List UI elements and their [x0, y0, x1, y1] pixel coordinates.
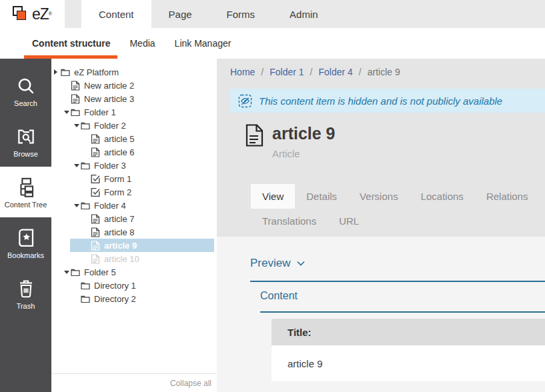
tree-item-label: New article 3 — [84, 94, 134, 104]
breadcrumb-folder-1[interactable]: Folder 1 — [269, 67, 304, 77]
tree-item-label: Form 1 — [104, 174, 131, 184]
breadcrumb-home[interactable]: Home — [230, 67, 255, 77]
top-nav-tabs: ContentPageFormsAdmin — [81, 0, 336, 28]
tab-relations[interactable]: Relations — [475, 184, 540, 209]
sidebar-item-bookmarks[interactable]: Bookmarks — [0, 217, 51, 268]
bookmarks-icon — [15, 227, 37, 249]
preview-divider — [250, 281, 545, 282]
field-value: article 9 — [271, 345, 545, 381]
main-content: Home/Folder 1/Folder 4/article 9 This co… — [217, 59, 545, 392]
sidebar-item-label: Content Tree — [5, 201, 47, 209]
sidebar-item-search[interactable]: Search — [0, 65, 51, 116]
caret-expanded-icon[interactable] — [74, 164, 80, 167]
tree-item-label: Form 2 — [104, 187, 131, 197]
folder-icon — [81, 160, 91, 171]
folder-icon — [81, 200, 91, 211]
sidebar-item-trash[interactable]: Trash — [0, 268, 51, 319]
tab-versions[interactable]: Versions — [348, 184, 410, 209]
content-divider — [260, 311, 545, 313]
field-name: Title: — [271, 319, 545, 345]
tab-details[interactable]: Details — [295, 184, 348, 209]
caret-expanded-icon[interactable] — [64, 111, 70, 114]
folder-icon — [81, 280, 91, 291]
article-icon — [71, 93, 81, 104]
tree-item-article-6[interactable]: article 6 — [51, 145, 217, 159]
ez-logo-icon — [13, 5, 29, 23]
tree-item-label: New article 2 — [84, 81, 134, 91]
top-tab-content[interactable]: Content — [81, 0, 151, 28]
ez-logo-text: eZ — [32, 5, 49, 23]
tree-item-label: article 10 — [104, 254, 139, 264]
tree-item-label: Folder 1 — [84, 107, 116, 117]
article-icon — [91, 213, 101, 224]
tree-item-new-article-2[interactable]: New article 2 — [51, 79, 217, 92]
breadcrumb-separator: / — [261, 67, 263, 77]
caret-expanded-icon[interactable] — [74, 204, 80, 207]
tree-item-label: article 6 — [104, 147, 135, 157]
top-tab-forms[interactable]: Forms — [209, 0, 273, 28]
top-tab-admin[interactable]: Admin — [272, 0, 336, 28]
preview-collapsible-header[interactable]: Preview — [250, 257, 305, 270]
tree-item-label: Folder 2 — [94, 121, 126, 131]
article-icon — [91, 240, 101, 251]
tree-item-ez-platform[interactable]: eZ Platform — [51, 65, 217, 79]
tree-item-article-5[interactable]: article 5 — [51, 132, 217, 145]
tree-item-form-2[interactable]: Form 2 — [51, 185, 217, 199]
sidebar-item-content-tree[interactable]: Content Tree — [0, 167, 51, 217]
subnav-tab-link-manager[interactable]: Link Manager — [175, 28, 231, 59]
tree-item-folder-2[interactable]: Folder 2 — [51, 119, 217, 132]
tree-item-new-article-3[interactable]: New article 3 — [51, 92, 217, 105]
content-tree-icon — [15, 176, 37, 199]
view-tab-content: Preview Content Title:article 9 — [217, 237, 545, 392]
top-tab-page[interactable]: Page — [151, 0, 209, 28]
tab-translations[interactable]: Translations — [251, 209, 328, 233]
collapse-all-button[interactable]: Collapse all — [170, 379, 211, 388]
tree-item-label: Directory 2 — [94, 294, 136, 304]
search-icon — [15, 75, 37, 97]
folder-icon — [71, 107, 81, 117]
breadcrumb-separator: / — [310, 67, 313, 77]
tree-item-form-1[interactable]: Form 1 — [51, 172, 217, 185]
tree-item-article-9[interactable]: article 9 — [51, 239, 217, 252]
tree-item-directory-2[interactable]: Directory 2 — [51, 292, 217, 305]
tree-item-folder-5[interactable]: Folder 5 — [51, 265, 217, 279]
tab-locations[interactable]: Locations — [410, 184, 475, 209]
title-block: article 9 Article — [245, 124, 336, 159]
tree-item-label: Folder 5 — [84, 267, 116, 277]
subnav-tab-media[interactable]: Media — [129, 28, 155, 59]
tab-url[interactable]: URL — [328, 209, 370, 233]
tree-item-label: article 7 — [104, 214, 135, 224]
browse-icon — [15, 125, 37, 148]
caret-collapsed-icon[interactable] — [54, 69, 60, 75]
tab-view[interactable]: View — [251, 184, 295, 209]
tree-item-article-7[interactable]: article 7 — [51, 212, 217, 225]
folder-icon — [81, 293, 91, 304]
tree-item-directory-1[interactable]: Directory 1 — [51, 279, 217, 292]
tree-item-article-8[interactable]: article 8 — [51, 225, 217, 239]
subnav-tab-content-structure[interactable]: Content structure — [32, 28, 110, 59]
sidebar-item-browse[interactable]: Browse — [0, 116, 51, 167]
tree-item-folder-3[interactable]: Folder 3 — [51, 159, 217, 172]
folder-icon — [61, 67, 71, 77]
folder-icon — [71, 267, 81, 277]
breadcrumb-article-9: article 9 — [368, 67, 400, 77]
tree-item-folder-1[interactable]: Folder 1 — [51, 105, 217, 119]
breadcrumb-folder-4[interactable]: Folder 4 — [319, 67, 353, 77]
tree-item-label: article 9 — [104, 241, 137, 251]
tree-footer: Collapse all — [51, 373, 217, 392]
page-title: article 9 — [272, 124, 336, 143]
caret-expanded-icon[interactable] — [74, 124, 80, 127]
field-table: Title:article 9 — [271, 319, 545, 381]
folder-icon — [81, 120, 91, 131]
article-icon — [71, 80, 81, 91]
article-icon — [91, 253, 101, 264]
tree-item-folder-4[interactable]: Folder 4 — [51, 199, 217, 212]
top-bar: eZ ® ContentPageFormsAdmin — [0, 0, 545, 28]
ez-logo[interactable]: eZ ® — [0, 0, 65, 28]
form-icon — [91, 187, 101, 197]
sidebar-item-label: Trash — [17, 302, 35, 310]
trash-icon — [15, 277, 37, 300]
breadcrumb-separator: / — [359, 67, 362, 77]
caret-expanded-icon[interactable] — [64, 271, 70, 274]
tree-item-article-10[interactable]: article 10 — [51, 252, 217, 265]
